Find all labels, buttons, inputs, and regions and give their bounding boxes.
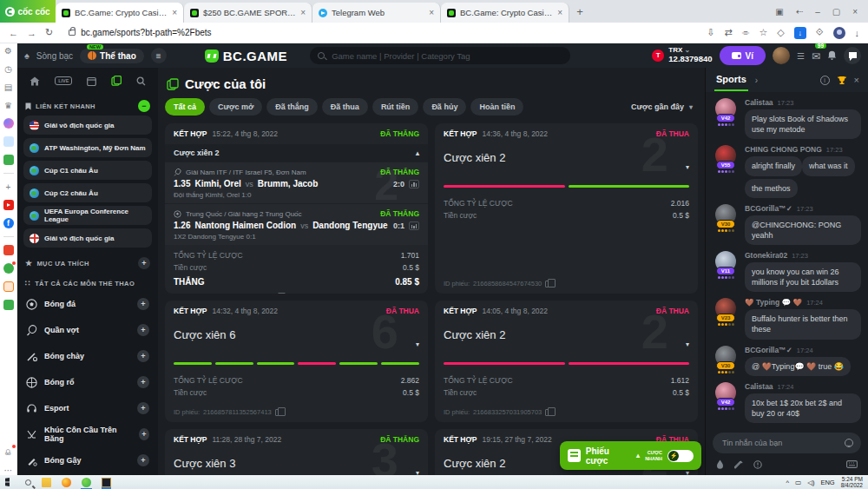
zalo-icon[interactable]: [3, 136, 14, 147]
balance-widget[interactable]: T TRX ⌄ 12.8379840: [652, 47, 712, 63]
chevron-up-icon[interactable]: ▴: [416, 149, 419, 157]
tab-close-icon[interactable]: ×: [300, 8, 306, 17]
profile-icon[interactable]: [833, 27, 845, 39]
quick-link-item[interactable]: Giải vô địch quốc gia: [23, 116, 152, 135]
notification-bell-icon[interactable]: 🕭: [3, 446, 14, 457]
sidebar-item-esport[interactable]: Esport+: [17, 395, 158, 421]
shopping-cart-icon[interactable]: [3, 281, 14, 292]
menu-toggle-button[interactable]: ≡: [151, 48, 167, 63]
filter-open[interactable]: Cược mở: [209, 98, 262, 116]
quick-link-item[interactable]: UEFA Europa Conference League: [23, 206, 152, 225]
username[interactable]: BCGorilla™✓: [745, 204, 792, 213]
chat-toggle-button[interactable]: [844, 47, 861, 64]
chat-app-icon[interactable]: [3, 263, 14, 274]
forward-icon[interactable]: →: [27, 28, 36, 38]
bcgame-logo[interactable]: BC.GAME: [205, 49, 287, 63]
username[interactable]: BCGorilla™✓: [745, 346, 792, 354]
youtube-icon[interactable]: [3, 200, 14, 210]
chevron-down-icon[interactable]: ▾: [416, 469, 419, 475]
tab-search-icon[interactable]: ▣: [775, 7, 783, 17]
taskbar-search-icon[interactable]: [25, 479, 31, 486]
username[interactable]: CHING CHONG PONG: [745, 145, 822, 154]
maximize-button[interactable]: ▢: [832, 7, 840, 17]
quick-link-item[interactable]: Cúp C1 châu Âu: [23, 161, 152, 180]
notifications-bell-icon[interactable]: [827, 50, 837, 61]
game-client-icon[interactable]: [102, 478, 111, 487]
filter-cancelled[interactable]: Đã hủy: [423, 98, 466, 116]
chat-input[interactable]: [713, 433, 861, 453]
copy-icon[interactable]: [545, 281, 551, 287]
network-icon[interactable]: ▭: [795, 479, 801, 486]
bet-card[interactable]: KẾT HỢP14:32, 4 thg 8, 2022ĐÃ THUA 6 Cượ…: [165, 301, 428, 422]
expand-plus-button[interactable]: +: [137, 454, 149, 466]
wallet-button[interactable]: Ví: [720, 46, 766, 65]
filter-cashout[interactable]: Rút tiền: [372, 98, 419, 116]
newsfeed-icon[interactable]: ▤: [3, 82, 14, 92]
tab-close-icon[interactable]: ×: [557, 8, 562, 17]
download-manager-icon[interactable]: ↓: [794, 27, 806, 39]
share-icon[interactable]: ⌯: [742, 27, 750, 38]
rain-rewards-icon[interactable]: [716, 459, 724, 469]
expand-plus-button[interactable]: +: [137, 376, 149, 388]
info-icon[interactable]: i: [820, 76, 830, 85]
sidebar-item-ice-hockey[interactable]: Khúc Côn Cầu Trên Băng+: [17, 421, 158, 447]
messenger-icon[interactable]: [3, 118, 14, 129]
bet-card[interactable]: KẾT HỢP15:22, 4 thg 8, 2022ĐÃ THẮNG Cược…: [165, 123, 428, 294]
stats-icon[interactable]: [409, 180, 419, 188]
tab-close-icon[interactable]: ×: [172, 8, 177, 17]
bet-card[interactable]: KẾT HỢP14:05, 4 thg 8, 2022ĐÃ THUA 2 Cượ…: [435, 301, 698, 422]
firefox-icon[interactable]: [62, 478, 71, 487]
search-sports-icon[interactable]: [136, 76, 146, 86]
new-tab-button[interactable]: +: [569, 0, 590, 23]
chevron-right-icon[interactable]: ›: [755, 76, 758, 85]
username[interactable]: Calistaa: [745, 98, 773, 107]
chat-message-input[interactable]: [720, 438, 839, 448]
sidebar-item-soccer[interactable]: Bóng đá+: [17, 291, 158, 317]
expand-plus-button[interactable]: +: [137, 402, 149, 414]
username[interactable]: Gtonekira02: [745, 251, 787, 260]
browser-tab-2[interactable]: $250 BC.GAME SPORTS PARL×: [184, 3, 312, 23]
betslip-button[interactable]: Phiếu cược▴ CƯỢCNHANH ⚡: [560, 441, 701, 470]
live-tab-icon[interactable]: LIVE: [55, 76, 72, 85]
game-search-input[interactable]: [330, 50, 562, 62]
schedule-calendar-icon[interactable]: [87, 76, 96, 86]
chevron-down-icon[interactable]: ▾: [686, 469, 689, 475]
sidebar-item-baseball[interactable]: Bóng chày+: [17, 343, 158, 369]
username[interactable]: Calistaa: [745, 382, 773, 391]
copy-icon[interactable]: [275, 409, 281, 416]
username[interactable]: 🤎 Typing 💬 🤎: [745, 298, 802, 307]
tray-chevron-icon[interactable]: ^: [786, 479, 790, 486]
adblock-shield-icon[interactable]: ◇: [777, 27, 784, 38]
shopee-icon[interactable]: [3, 245, 14, 255]
sidebar-item-tennis[interactable]: Quần vợt+: [17, 317, 158, 343]
trophy-icon[interactable]: [837, 76, 847, 85]
filter-refund[interactable]: Hoàn tiền: [470, 98, 523, 116]
save-page-icon[interactable]: ⇩: [707, 27, 714, 38]
add-shortcut-icon[interactable]: +: [3, 182, 14, 192]
start-button[interactable]: [5, 478, 15, 487]
sort-dropdown[interactable]: Cược gần đây▾: [631, 102, 698, 111]
browser-tab-3[interactable]: Telegram Web×: [312, 3, 441, 23]
banking-icon[interactable]: [3, 300, 14, 310]
more-dots-icon[interactable]: ⋯: [3, 465, 14, 475]
coccoc-brand[interactable]: cốc cốc: [0, 0, 56, 23]
quick-link-item[interactable]: Cúp C2 châu Âu: [23, 183, 152, 202]
chat-room-tab[interactable]: Sports: [714, 69, 748, 91]
expand-plus-button[interactable]: +: [137, 298, 149, 310]
chevron-down-icon[interactable]: ▾: [686, 340, 689, 348]
back-icon[interactable]: ←: [9, 28, 18, 38]
sidebar-item-cricket[interactable]: Bóng Gậy+: [17, 447, 158, 473]
minimize-button[interactable]: –: [815, 7, 820, 17]
quick-link-item[interactable]: Giải vô địch quốc gia: [23, 228, 152, 248]
home-icon[interactable]: [30, 76, 40, 86]
extensions-icon[interactable]: ⟐: [816, 27, 824, 38]
tab-close-icon[interactable]: ×: [429, 8, 434, 17]
casino-nav-link[interactable]: Sòng bạc: [36, 51, 73, 61]
browser-tab-4[interactable]: BC.Game: Crypto Casino Ga×: [441, 3, 569, 23]
font-settings-icon[interactable]: [734, 460, 743, 469]
language-indicator[interactable]: ENG: [820, 479, 834, 486]
stats-icon[interactable]: [409, 221, 419, 230]
expand-plus-button[interactable]: +: [139, 428, 149, 440]
quick-link-item[interactable]: ATP Washington, Mỹ Đơn Nam: [23, 138, 152, 157]
filter-won[interactable]: Đã thắng: [266, 98, 318, 116]
